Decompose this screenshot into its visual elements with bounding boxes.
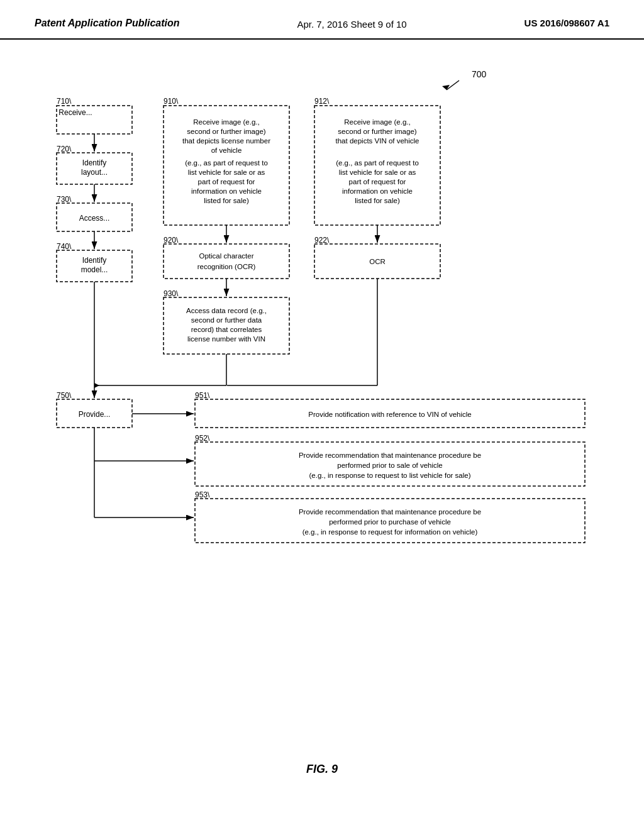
svg-text:922\: 922\ bbox=[314, 236, 330, 245]
svg-text:recognition (OCR): recognition (OCR) bbox=[197, 263, 256, 270]
svg-text:license number with VIN: license number with VIN bbox=[187, 335, 265, 343]
svg-text:list vehicle for sale or as: list vehicle for sale or as bbox=[339, 169, 416, 176]
svg-text:912\: 912\ bbox=[314, 97, 330, 106]
label-920: Optical character bbox=[199, 252, 254, 260]
label-710: Receive... bbox=[58, 108, 92, 117]
svg-text:part of request for: part of request for bbox=[198, 178, 255, 185]
figure-caption: FIG. 9 bbox=[0, 763, 644, 788]
svg-text:part of request for: part of request for bbox=[349, 178, 406, 185]
label-922: OCR bbox=[369, 258, 386, 265]
label-910: Receive image (e.g., bbox=[193, 118, 259, 126]
header-right: US 2016/098607 A1 bbox=[525, 18, 609, 28]
label-912: Receive image (e.g., bbox=[344, 118, 410, 126]
svg-text:920\: 920\ bbox=[164, 236, 179, 245]
svg-text:(e.g., in response to request : (e.g., in response to request to list ve… bbox=[309, 472, 471, 479]
label-750: Provide... bbox=[79, 410, 111, 419]
svg-text:that depicts VIN of vehicle: that depicts VIN of vehicle bbox=[336, 137, 419, 145]
svg-text:performed prior to sale of veh: performed prior to sale of vehicle bbox=[337, 462, 442, 469]
svg-text:(e.g., in response to request : (e.g., in response to request for inform… bbox=[303, 528, 478, 536]
svg-text:listed for sale): listed for sale) bbox=[204, 197, 249, 204]
svg-marker-39 bbox=[94, 383, 99, 388]
label-953: Provide recommendation that maintenance … bbox=[299, 508, 481, 516]
label-740: Identify bbox=[82, 256, 107, 265]
label-720: Identify bbox=[82, 158, 107, 167]
label-740b: model... bbox=[81, 265, 108, 274]
label-720b: layout... bbox=[81, 168, 108, 177]
page: Patent Application Publication Apr. 7, 2… bbox=[0, 0, 644, 830]
diagram-ref-700: 700 bbox=[472, 69, 487, 79]
svg-text:910\: 910\ bbox=[164, 97, 179, 106]
svg-text:list vehicle for sale or as: list vehicle for sale or as bbox=[188, 169, 265, 176]
svg-text:second or further image): second or further image) bbox=[338, 128, 416, 135]
svg-text:953\: 953\ bbox=[195, 490, 210, 499]
svg-text:710\: 710\ bbox=[57, 97, 72, 106]
svg-text:second or further image): second or further image) bbox=[187, 128, 265, 135]
svg-text:951\: 951\ bbox=[195, 391, 210, 400]
label-930: Access data record (e.g., bbox=[186, 307, 267, 314]
svg-text:record) that correlates: record) that correlates bbox=[191, 326, 262, 333]
svg-text:second or further data: second or further data bbox=[191, 316, 262, 324]
svg-text:information on vehicle: information on vehicle bbox=[342, 187, 413, 195]
svg-text:930\: 930\ bbox=[164, 289, 179, 298]
label-951: Provide notification with reference to V… bbox=[308, 411, 472, 418]
svg-text:740\: 740\ bbox=[57, 242, 72, 251]
diagram-svg: 700 Receive... 710\ Identify layout... 7… bbox=[25, 58, 616, 750]
header-center: Apr. 7, 2016 Sheet 9 of 10 bbox=[297, 18, 406, 32]
svg-rect-28 bbox=[164, 244, 289, 279]
svg-text:information on vehicle: information on vehicle bbox=[191, 187, 262, 195]
svg-text:750\: 750\ bbox=[57, 391, 72, 400]
svg-text:(e.g., as part of request to: (e.g., as part of request to bbox=[336, 159, 419, 167]
label-730: Access... bbox=[79, 214, 110, 223]
header: Patent Application Publication Apr. 7, 2… bbox=[0, 0, 644, 40]
label-952: Provide recommendation that maintenance … bbox=[299, 451, 481, 459]
svg-text:730\: 730\ bbox=[57, 195, 72, 204]
svg-marker-2 bbox=[442, 85, 450, 90]
svg-text:720\: 720\ bbox=[57, 145, 72, 153]
svg-text:of vehicle: of vehicle bbox=[211, 147, 242, 154]
svg-text:that depicts license number: that depicts license number bbox=[182, 137, 270, 145]
svg-text:listed for sale): listed for sale) bbox=[355, 197, 400, 204]
header-left: Patent Application Publication bbox=[35, 18, 180, 29]
svg-text:(e.g., as part of request to: (e.g., as part of request to bbox=[185, 159, 268, 167]
svg-text:952\: 952\ bbox=[195, 434, 210, 443]
diagram-area: 700 Receive... 710\ Identify layout... 7… bbox=[0, 40, 644, 756]
svg-text:performed prior to purchase of: performed prior to purchase of vehicle bbox=[329, 518, 451, 526]
